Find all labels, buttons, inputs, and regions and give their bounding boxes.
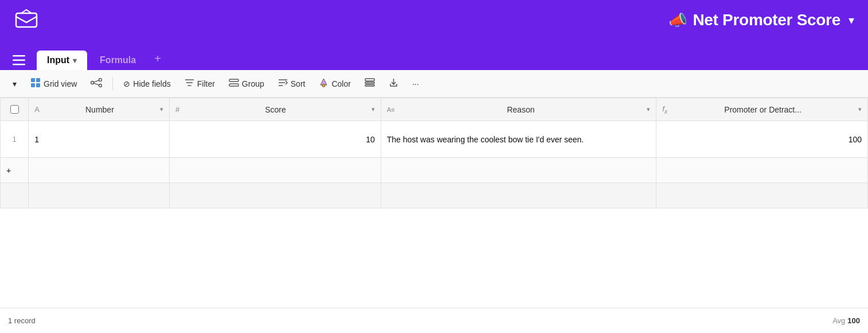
add-tab-icon: +	[154, 52, 161, 65]
empty-cell-0	[1, 183, 29, 208]
svg-rect-7	[36, 83, 40, 87]
add-row-icon[interactable]: +	[6, 166, 11, 175]
promoter-value: 100	[849, 135, 862, 144]
hide-fields-label: Hide fields	[133, 79, 170, 88]
sort-icon	[278, 79, 288, 88]
record-count: 1 record	[8, 316, 36, 325]
tab-input-label: Input	[47, 55, 69, 65]
toolbar: ▾ Grid view ⊘ Hide fields	[0, 70, 868, 98]
reason-column-label: Reason	[398, 105, 644, 114]
svg-rect-17	[229, 84, 238, 86]
svg-point-21	[322, 84, 325, 87]
grid-view-button[interactable]: Grid view	[25, 74, 83, 94]
data-table: A Number ▾ # Score ▾	[0, 98, 868, 208]
promoter-column-header[interactable]: fx Promoter or Detract... ▾	[656, 98, 868, 121]
reason-cell[interactable]: The host was wearing the coolest bow tie…	[381, 121, 656, 158]
svg-rect-0	[16, 13, 37, 27]
checkbox-column-header[interactable]	[1, 98, 29, 121]
svg-point-10	[99, 84, 102, 87]
title-chevron-icon[interactable]: ▾	[849, 13, 854, 27]
promoter-column-label: Promoter or Detract...	[671, 105, 855, 114]
svg-line-11	[94, 80, 100, 82]
menu-button[interactable]	[7, 51, 31, 70]
svg-rect-4	[31, 78, 35, 82]
score-sort-icon: ▾	[372, 106, 375, 113]
color-button[interactable]: Color	[313, 75, 356, 92]
add-row[interactable]: +	[1, 158, 868, 183]
avg-label: Avg	[832, 316, 845, 325]
tab-formula[interactable]: Formula	[89, 51, 146, 70]
app-logo[interactable]	[14, 7, 39, 33]
filter-label: Filter	[197, 79, 215, 88]
row-height-button[interactable]	[359, 75, 381, 92]
add-row-button[interactable]: +	[1, 158, 29, 183]
share-view-button[interactable]	[85, 75, 108, 92]
tab-bar: Input ▾ Formula +	[0, 40, 868, 70]
more-options-button[interactable]: ···	[406, 76, 425, 92]
number-type-icon: A	[34, 105, 40, 114]
reason-column-header[interactable]: A≡ Reason ▾	[381, 98, 656, 121]
score-type-icon: #	[175, 105, 179, 114]
export-icon	[389, 78, 398, 89]
more-icon: ···	[412, 79, 419, 88]
svg-point-8	[91, 82, 94, 84]
collapse-icon: ▾	[13, 79, 17, 88]
footer: 1 record Avg 100	[0, 308, 868, 333]
promoter-type-icon: fx	[662, 104, 667, 115]
share-icon	[91, 78, 102, 89]
reason-type-icon: A≡	[387, 106, 395, 113]
svg-rect-22	[365, 79, 374, 81]
add-row-spacer-4	[656, 158, 868, 183]
score-cell[interactable]: 10	[169, 121, 381, 158]
promoter-cell[interactable]: 100	[656, 121, 868, 158]
table-row: 1 1 10 The host was wearing the coolest …	[1, 121, 868, 158]
hide-fields-button[interactable]: ⊘ Hide fields	[118, 76, 176, 92]
sort-button[interactable]: Sort	[272, 75, 311, 92]
number-column-label: Number	[43, 105, 157, 114]
filter-button[interactable]: Filter	[179, 75, 221, 92]
export-button[interactable]	[383, 75, 404, 92]
svg-rect-1	[13, 55, 25, 57]
score-column-header[interactable]: # Score ▾	[169, 98, 381, 121]
group-button[interactable]: Group	[223, 75, 270, 92]
tab-formula-label: Formula	[100, 55, 136, 65]
number-sort-icon: ▾	[160, 106, 163, 113]
reason-value: The host was wearing the coolest bow tie…	[387, 135, 584, 144]
add-row-spacer-1	[29, 158, 170, 183]
add-tab-button[interactable]: +	[148, 48, 167, 70]
toolbar-separator	[112, 77, 113, 91]
group-icon	[229, 79, 239, 88]
row-index-cell: 1	[1, 121, 29, 158]
header-row: A Number ▾ # Score ▾	[1, 98, 868, 121]
select-all-checkbox[interactable]	[10, 105, 19, 114]
empty-cell-2	[169, 183, 381, 208]
color-label: Color	[331, 79, 350, 88]
empty-cell-3	[381, 183, 656, 208]
add-row-spacer-2	[169, 158, 381, 183]
grid-scroll[interactable]: A Number ▾ # Score ▾	[0, 98, 868, 308]
svg-rect-2	[13, 60, 25, 61]
svg-rect-3	[13, 64, 25, 65]
svg-rect-16	[229, 79, 238, 82]
hide-fields-icon: ⊘	[123, 79, 130, 88]
collapse-toolbar-button[interactable]: ▾	[7, 76, 22, 92]
tab-input[interactable]: Input ▾	[37, 51, 87, 70]
title-area: 📣 Net Promoter Score ▾	[668, 11, 854, 29]
svg-rect-6	[31, 83, 35, 87]
svg-line-12	[94, 83, 100, 85]
grid-view-icon	[30, 78, 41, 90]
empty-cell-1	[29, 183, 170, 208]
svg-rect-24	[365, 85, 374, 87]
number-cell[interactable]: 1	[29, 121, 170, 158]
group-label: Group	[242, 79, 264, 88]
empty-cell-4	[656, 183, 868, 208]
svg-rect-23	[365, 82, 374, 84]
filter-icon	[185, 79, 194, 88]
row-height-icon	[365, 78, 375, 89]
sort-label: Sort	[291, 79, 306, 88]
number-column-header[interactable]: A Number ▾	[29, 98, 170, 121]
top-bar: 📣 Net Promoter Score ▾	[0, 0, 868, 40]
tab-input-chevron-icon: ▾	[73, 56, 77, 65]
svg-point-9	[99, 79, 102, 82]
page-title: Net Promoter Score	[693, 11, 840, 29]
